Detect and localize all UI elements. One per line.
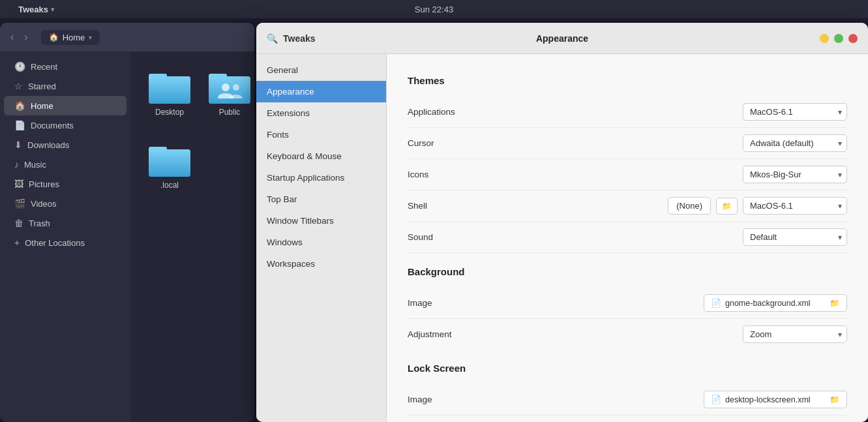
cursor-dropdown-wrapper: Adwaita (default) xyxy=(743,134,847,152)
tweaks-item-fonts[interactable]: Fonts xyxy=(256,124,386,145)
file-manager-window: ‹ › 🏠 Home ▾ 🕐 Recent ☆ Starred 🏠 Home 📄 xyxy=(0,23,254,422)
file-area: Desktop xyxy=(130,52,254,422)
tweaks-titlebar: 🔍 Tweaks Appearance xyxy=(256,23,868,54)
sidebar-item-recent[interactable]: 🕐 Recent xyxy=(4,57,127,76)
topbar-left: Tweaks ▾ xyxy=(10,5,54,14)
sidebar-label-other-locations: Other Locations xyxy=(25,238,85,248)
svg-rect-4 xyxy=(209,76,250,104)
tweaks-body: General Appearance Extensions Fonts Keyb… xyxy=(256,54,868,422)
trash-icon: 🗑 xyxy=(14,218,23,228)
location-arrow-icon: ▾ xyxy=(89,34,92,41)
tweaks-item-keyboard-mouse[interactable]: Keyboard & Mouse xyxy=(256,145,386,167)
shell-dropdown-wrapper: MacOS-6.1 xyxy=(743,197,847,215)
file-label-local: .local xyxy=(160,181,179,190)
maximize-button[interactable] xyxy=(834,34,843,43)
icons-dropdown[interactable]: Mkos-Big-Sur xyxy=(743,166,847,183)
icons-dropdown-wrapper: Mkos-Big-Sur xyxy=(743,166,847,183)
svg-rect-1 xyxy=(149,76,190,104)
tweaks-app-title: Tweaks xyxy=(283,33,316,44)
bg-adjustment-dropdown[interactable]: Zoom xyxy=(743,325,847,343)
home-icon: 🏠 xyxy=(49,33,59,42)
window-controls xyxy=(820,34,858,43)
tweaks-content-area: Themes Applications MacOS-6.1 Cursor Adw… xyxy=(387,54,868,422)
shell-folder-button[interactable]: 📁 xyxy=(716,198,738,215)
sidebar-item-trash[interactable]: 🗑 Trash xyxy=(4,213,127,233)
sidebar-item-home[interactable]: 🏠 Home xyxy=(4,96,127,115)
svg-rect-17 xyxy=(149,147,167,152)
applications-label: Applications xyxy=(408,107,455,117)
icons-row: Icons Mkos-Big-Sur xyxy=(408,159,847,190)
file-manager-body: 🕐 Recent ☆ Starred 🏠 Home 📄 Documents ⬇ … xyxy=(0,52,254,422)
tweaks-window-title: Appearance xyxy=(536,33,588,44)
applications-dropdown[interactable]: MacOS-6.1 xyxy=(743,103,847,121)
cursor-dropdown[interactable]: Adwaita (default) xyxy=(743,134,847,152)
bg-adjustment-row: Adjustment Zoom xyxy=(408,319,847,350)
ls-image-label: Image xyxy=(408,395,432,404)
sidebar-item-music[interactable]: ♪ Music xyxy=(4,155,127,174)
file-label-public: Public xyxy=(219,108,241,117)
documents-icon: 📄 xyxy=(14,120,25,130)
sidebar-item-documents[interactable]: 📄 Documents xyxy=(4,115,127,135)
file-item-public[interactable]: Public xyxy=(203,65,254,130)
minimize-button[interactable] xyxy=(820,34,829,43)
tweaks-item-top-bar[interactable]: Top Bar xyxy=(256,188,386,210)
file-item-local[interactable]: .local xyxy=(143,138,196,195)
svg-rect-2 xyxy=(149,74,167,79)
ls-image-button[interactable]: 📄 desktop-lockscreen.xml 📁 xyxy=(704,391,847,408)
themes-section-title: Themes xyxy=(408,75,847,86)
tweaks-item-appearance[interactable]: Appearance xyxy=(256,81,386,102)
music-icon: ♪ xyxy=(14,159,19,170)
system-time: Sun 22:43 xyxy=(415,5,453,14)
tweaks-item-general[interactable]: General xyxy=(256,59,386,81)
applications-row: Applications MacOS-6.1 xyxy=(408,97,847,128)
nav-forward-button[interactable]: › xyxy=(22,30,30,44)
sidebar-label-documents: Documents xyxy=(31,121,74,130)
folder-icon-desktop xyxy=(149,70,190,104)
file-manager-sidebar: 🕐 Recent ☆ Starred 🏠 Home 📄 Documents ⬇ … xyxy=(0,52,130,422)
sidebar-item-downloads[interactable]: ⬇ Downloads xyxy=(4,135,127,155)
sidebar-label-downloads: Downloads xyxy=(27,140,69,150)
sidebar-item-videos[interactable]: 🎬 Videos xyxy=(4,194,127,213)
location-label: Home xyxy=(63,33,85,42)
ls-image-file-icon: 📄 xyxy=(711,395,721,404)
file-item-desktop[interactable]: Desktop xyxy=(143,65,196,130)
icons-label: Icons xyxy=(408,170,428,179)
sidebar-label-home: Home xyxy=(31,101,53,111)
ls-image-folder-icon: 📁 xyxy=(830,395,840,404)
tweaks-item-windows[interactable]: Windows xyxy=(256,232,386,253)
bg-image-folder-icon: 📁 xyxy=(830,298,840,308)
bg-image-value: gnome-background.xml xyxy=(725,299,811,308)
sound-dropdown[interactable]: Default xyxy=(743,228,847,246)
tweaks-item-window-titlebars[interactable]: Window Titlebars xyxy=(256,210,386,232)
sidebar-item-pictures[interactable]: 🖼 Pictures xyxy=(4,174,127,194)
tweaks-window: 🔍 Tweaks Appearance General Appearance E… xyxy=(256,23,868,422)
folder-icon-public xyxy=(209,70,250,104)
lock-screen-section-title: Lock Screen xyxy=(408,363,847,374)
sound-label: Sound xyxy=(408,232,433,242)
sidebar-item-starred[interactable]: ☆ Starred xyxy=(4,76,127,96)
tweaks-item-extensions[interactable]: Extensions xyxy=(256,102,386,124)
downloads-icon: ⬇ xyxy=(14,140,22,150)
close-button[interactable] xyxy=(848,34,858,43)
mac-topbar: Tweaks ▾ Sun 22:43 xyxy=(0,0,868,18)
svg-rect-16 xyxy=(149,149,190,177)
tweaks-item-workspaces[interactable]: Workspaces xyxy=(256,253,386,275)
svg-point-7 xyxy=(233,84,239,91)
sidebar-label-videos: Videos xyxy=(31,199,57,209)
sidebar-item-other-locations[interactable]: + Other Locations xyxy=(4,233,127,252)
shell-row: Shell (None) 📁 MacOS-6.1 xyxy=(408,190,847,222)
shell-none-button[interactable]: (None) xyxy=(668,197,711,215)
location-bar[interactable]: 🏠 Home ▾ xyxy=(41,30,100,45)
sidebar-label-recent: Recent xyxy=(31,62,57,72)
shell-label: Shell xyxy=(408,201,427,211)
svg-rect-5 xyxy=(209,74,227,79)
bg-image-button[interactable]: 📄 gnome-background.xml 📁 xyxy=(704,294,847,312)
sidebar-label-pictures: Pictures xyxy=(29,179,59,189)
nav-back-button[interactable]: ‹ xyxy=(8,30,16,44)
shell-dropdown[interactable]: MacOS-6.1 xyxy=(743,197,847,215)
app-name[interactable]: Tweaks ▾ xyxy=(18,5,54,14)
tweaks-search-icon: 🔍 xyxy=(267,33,278,44)
sidebar-label-music: Music xyxy=(24,160,46,170)
bg-image-file-icon: 📄 xyxy=(711,298,721,308)
tweaks-item-startup-applications[interactable]: Startup Applications xyxy=(256,167,386,188)
